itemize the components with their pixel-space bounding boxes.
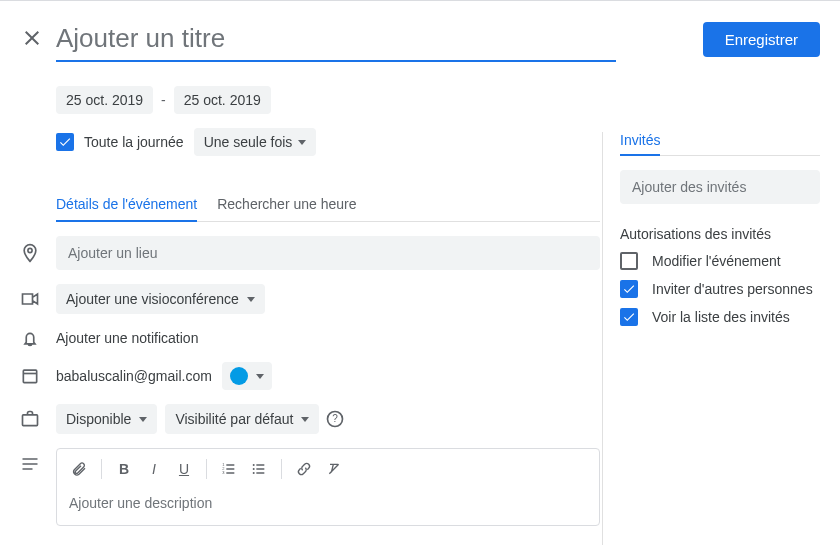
start-date-chip[interactable]: 25 oct. 2019 <box>56 86 153 114</box>
perm-see-list-label: Voir la liste des invités <box>652 309 790 325</box>
link-icon[interactable] <box>290 455 318 483</box>
italic-icon[interactable]: I <box>140 455 168 483</box>
guests-input[interactable] <box>620 170 820 204</box>
owner-email: babaluscalin@gmail.com <box>56 368 212 384</box>
color-swatch <box>230 367 248 385</box>
availability-label: Disponible <box>66 411 131 427</box>
visibility-select[interactable]: Visibilité par défaut <box>165 404 319 434</box>
svg-text:3: 3 <box>222 470 225 475</box>
perm-invite-label: Inviter d'autres personnes <box>652 281 813 297</box>
briefcase-icon <box>20 409 56 429</box>
tab-find-time[interactable]: Rechercher une heure <box>217 188 356 221</box>
help-icon[interactable]: ? <box>325 409 345 429</box>
guest-permissions-title: Autorisations des invités <box>620 226 820 242</box>
bell-icon <box>20 328 56 348</box>
video-icon <box>20 289 56 309</box>
location-input[interactable] <box>56 236 600 270</box>
videoconference-select[interactable]: Ajouter une visioconférence <box>56 284 265 314</box>
calendar-icon <box>20 366 56 386</box>
end-date-chip[interactable]: 25 oct. 2019 <box>174 86 271 114</box>
chevron-down-icon <box>247 297 255 302</box>
location-icon <box>20 243 56 263</box>
svg-point-9 <box>253 468 255 470</box>
bullet-list-icon[interactable] <box>245 455 273 483</box>
numbered-list-icon[interactable]: 123 <box>215 455 243 483</box>
chevron-down-icon <box>301 417 309 422</box>
perm-invite-checkbox[interactable] <box>620 280 638 298</box>
vertical-divider <box>602 132 603 545</box>
save-button[interactable]: Enregistrer <box>703 22 820 57</box>
svg-point-0 <box>28 248 32 252</box>
all-day-label: Toute la journée <box>84 134 184 150</box>
videoconference-label: Ajouter une visioconférence <box>66 291 239 307</box>
date-separator: - <box>161 92 166 108</box>
svg-rect-1 <box>23 370 36 383</box>
svg-point-10 <box>253 472 255 474</box>
tab-details[interactable]: Détails de l'événement <box>56 188 197 222</box>
chevron-down-icon <box>256 374 264 379</box>
underline-icon[interactable]: U <box>170 455 198 483</box>
visibility-label: Visibilité par défaut <box>175 411 293 427</box>
perm-see-list-checkbox[interactable] <box>620 308 638 326</box>
all-day-checkbox[interactable] <box>56 133 74 151</box>
svg-point-8 <box>253 464 255 466</box>
close-icon[interactable] <box>20 26 44 53</box>
chevron-down-icon <box>298 140 306 145</box>
svg-rect-2 <box>23 415 38 426</box>
add-notification-link[interactable]: Ajouter une notification <box>56 330 198 346</box>
repeat-label: Une seule fois <box>204 134 293 150</box>
clear-format-icon[interactable] <box>320 455 348 483</box>
perm-modify-checkbox[interactable] <box>620 252 638 270</box>
chevron-down-icon <box>139 417 147 422</box>
bold-icon[interactable]: B <box>110 455 138 483</box>
svg-text:?: ? <box>333 413 339 424</box>
title-input[interactable] <box>56 17 616 62</box>
color-select[interactable] <box>222 362 272 390</box>
availability-select[interactable]: Disponible <box>56 404 157 434</box>
attach-icon[interactable] <box>65 455 93 483</box>
repeat-select[interactable]: Une seule fois <box>194 128 317 156</box>
perm-modify-label: Modifier l'événement <box>652 253 781 269</box>
tab-guests[interactable]: Invités <box>620 132 660 156</box>
description-icon <box>20 448 56 474</box>
description-textarea[interactable]: Ajouter une description <box>57 489 599 525</box>
